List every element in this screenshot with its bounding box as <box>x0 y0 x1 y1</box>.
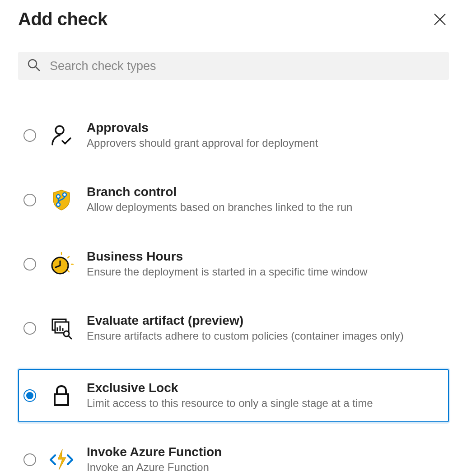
check-text: Exclusive Lock Limit access to this reso… <box>87 381 444 411</box>
add-check-panel: Add check Approvals <box>0 0 467 476</box>
svg-point-4 <box>56 126 64 134</box>
person-check-icon <box>49 123 74 148</box>
search-box[interactable] <box>18 52 449 80</box>
check-item-title: Evaluate artifact (preview) <box>87 313 444 328</box>
check-item-title: Invoke Azure Function <box>87 445 444 459</box>
clock-icon <box>49 252 74 277</box>
panel-header: Add check <box>18 9 449 29</box>
check-item-title: Approvals <box>87 121 444 135</box>
check-item-business-hours[interactable]: Business Hours Ensure the deployment is … <box>18 240 449 288</box>
artifact-icon <box>49 316 74 341</box>
close-icon <box>433 12 447 27</box>
check-item-approvals[interactable]: Approvals Approvers should grant approva… <box>18 112 449 159</box>
check-item-evaluate-artifact[interactable]: Evaluate artifact (preview) Ensure artif… <box>18 304 449 352</box>
check-item-title: Business Hours <box>87 249 444 264</box>
check-text: Invoke Azure Function Invoke an Azure Fu… <box>87 445 444 475</box>
svg-line-9 <box>68 257 69 258</box>
check-text: Business Hours Ensure the deployment is … <box>87 249 444 279</box>
check-item-title: Branch control <box>87 185 444 199</box>
check-text: Branch control Allow deployments based o… <box>87 185 444 215</box>
svg-point-6 <box>63 193 66 196</box>
radio-branch-control[interactable] <box>23 194 36 206</box>
svg-point-7 <box>56 203 60 206</box>
check-item-branch-control[interactable]: Branch control Allow deployments based o… <box>18 176 449 224</box>
check-item-invoke-azure-function[interactable]: Invoke Azure Function Invoke an Azure Fu… <box>18 436 449 476</box>
radio-business-hours[interactable] <box>23 258 36 271</box>
check-item-description: Ensure the deployment is started in a sp… <box>87 265 444 279</box>
svg-line-19 <box>69 336 71 339</box>
svg-rect-20 <box>55 394 68 405</box>
check-item-description: Approvers should grant approval for depl… <box>87 136 444 150</box>
azure-function-icon <box>49 447 74 472</box>
radio-exclusive-lock[interactable] <box>23 389 36 402</box>
check-item-exclusive-lock[interactable]: Exclusive Lock Limit access to this reso… <box>18 369 449 422</box>
close-button[interactable] <box>431 10 449 28</box>
check-item-description: Allow deployments based on branches link… <box>87 200 444 215</box>
svg-line-3 <box>36 67 39 70</box>
check-item-title: Exclusive Lock <box>87 381 444 395</box>
check-item-description: Invoke an Azure Function <box>87 460 444 475</box>
check-text: Evaluate artifact (preview) Ensure artif… <box>87 313 444 343</box>
radio-invoke-azure-function[interactable] <box>23 453 36 466</box>
check-item-description: Ensure artifacts adhere to custom polici… <box>87 329 444 343</box>
check-text: Approvals Approvers should grant approva… <box>87 121 444 150</box>
search-input[interactable] <box>49 59 440 74</box>
radio-evaluate-artifact[interactable] <box>23 322 36 335</box>
branch-shield-icon <box>49 187 74 213</box>
svg-line-11 <box>68 271 69 272</box>
check-item-description: Limit access to this resource to only a … <box>87 396 444 411</box>
page-title: Add check <box>18 9 107 29</box>
search-icon <box>27 58 41 74</box>
lock-icon <box>49 383 74 408</box>
radio-approvals[interactable] <box>23 129 36 142</box>
svg-point-5 <box>56 195 60 198</box>
